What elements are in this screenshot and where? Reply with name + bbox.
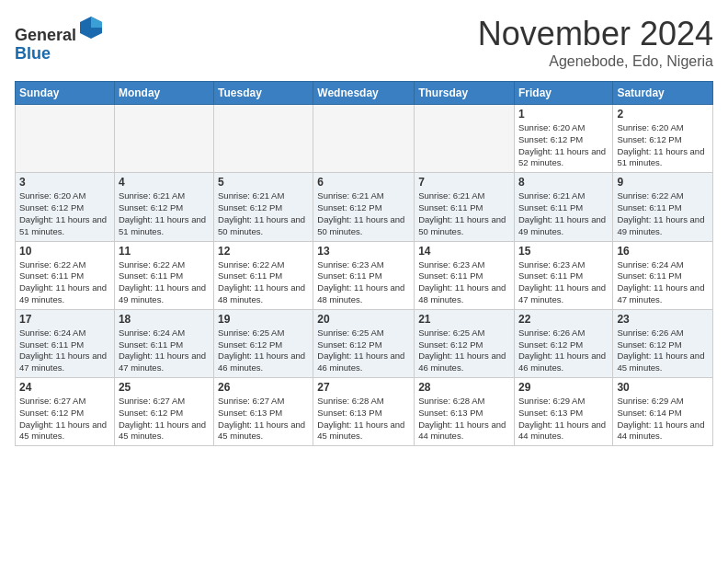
- day-cell: 24Sunrise: 6:27 AM Sunset: 6:12 PM Dayli…: [16, 378, 115, 446]
- day-cell: 17Sunrise: 6:24 AM Sunset: 6:11 PM Dayli…: [16, 309, 115, 377]
- day-number: 17: [19, 313, 110, 326]
- day-cell: 3Sunrise: 6:20 AM Sunset: 6:12 PM Daylig…: [16, 173, 115, 241]
- day-cell: 29Sunrise: 6:29 AM Sunset: 6:13 PM Dayli…: [514, 378, 612, 446]
- day-cell: 8Sunrise: 6:21 AM Sunset: 6:11 PM Daylig…: [514, 173, 612, 241]
- day-info: Sunrise: 6:25 AM Sunset: 6:12 PM Dayligh…: [317, 327, 410, 374]
- day-info: Sunrise: 6:29 AM Sunset: 6:14 PM Dayligh…: [617, 396, 709, 442]
- week-row-4: 17Sunrise: 6:24 AM Sunset: 6:11 PM Dayli…: [16, 309, 713, 377]
- day-info: Sunrise: 6:21 AM Sunset: 6:12 PM Dayligh…: [119, 190, 210, 237]
- day-info: Sunrise: 6:20 AM Sunset: 6:12 PM Dayligh…: [19, 190, 110, 237]
- logo-blue: Blue: [15, 44, 51, 63]
- day-info: Sunrise: 6:22 AM Sunset: 6:11 PM Dayligh…: [218, 259, 309, 306]
- day-cell: [214, 105, 313, 173]
- day-cell: [16, 105, 115, 173]
- title-block: November 2024 Agenebode, Edo, Nigeria: [478, 15, 713, 70]
- day-number: 22: [518, 313, 609, 326]
- logo-text: General Blue: [15, 15, 104, 63]
- day-number: 15: [518, 245, 609, 258]
- day-number: 28: [418, 381, 510, 394]
- day-cell: 11Sunrise: 6:22 AM Sunset: 6:11 PM Dayli…: [114, 241, 213, 309]
- logo-general: General: [15, 26, 76, 44]
- day-info: Sunrise: 6:21 AM Sunset: 6:11 PM Dayligh…: [418, 190, 510, 237]
- day-cell: 22Sunrise: 6:26 AM Sunset: 6:12 PM Dayli…: [514, 309, 612, 377]
- week-row-3: 10Sunrise: 6:22 AM Sunset: 6:11 PM Dayli…: [16, 241, 713, 309]
- day-cell: 14Sunrise: 6:23 AM Sunset: 6:11 PM Dayli…: [415, 241, 515, 309]
- day-number: 24: [19, 381, 110, 394]
- day-info: Sunrise: 6:26 AM Sunset: 6:12 PM Dayligh…: [518, 327, 609, 374]
- svg-marker-1: [91, 17, 102, 28]
- day-number: 2: [617, 108, 709, 121]
- day-cell: 27Sunrise: 6:28 AM Sunset: 6:13 PM Dayli…: [313, 378, 415, 446]
- logo: General Blue: [15, 15, 104, 63]
- day-cell: 21Sunrise: 6:25 AM Sunset: 6:12 PM Dayli…: [415, 309, 515, 377]
- day-info: Sunrise: 6:24 AM Sunset: 6:11 PM Dayligh…: [119, 327, 210, 374]
- weekday-saturday: Saturday: [613, 82, 713, 105]
- day-info: Sunrise: 6:22 AM Sunset: 6:11 PM Dayligh…: [119, 259, 210, 306]
- day-cell: 20Sunrise: 6:25 AM Sunset: 6:12 PM Dayli…: [313, 309, 415, 377]
- day-number: 5: [218, 176, 309, 189]
- day-cell: 16Sunrise: 6:24 AM Sunset: 6:11 PM Dayli…: [613, 241, 713, 309]
- day-number: 29: [518, 381, 609, 394]
- day-info: Sunrise: 6:29 AM Sunset: 6:13 PM Dayligh…: [518, 396, 609, 442]
- weekday-monday: Monday: [114, 82, 213, 105]
- day-info: Sunrise: 6:27 AM Sunset: 6:13 PM Dayligh…: [218, 396, 309, 442]
- day-number: 20: [317, 313, 410, 326]
- day-info: Sunrise: 6:23 AM Sunset: 6:11 PM Dayligh…: [317, 259, 410, 306]
- week-row-5: 24Sunrise: 6:27 AM Sunset: 6:12 PM Dayli…: [16, 378, 713, 446]
- weekday-wednesday: Wednesday: [313, 82, 415, 105]
- day-info: Sunrise: 6:20 AM Sunset: 6:12 PM Dayligh…: [617, 122, 709, 169]
- day-cell: 19Sunrise: 6:25 AM Sunset: 6:12 PM Dayli…: [214, 309, 313, 377]
- week-row-2: 3Sunrise: 6:20 AM Sunset: 6:12 PM Daylig…: [16, 173, 713, 241]
- day-cell: 4Sunrise: 6:21 AM Sunset: 6:12 PM Daylig…: [114, 173, 213, 241]
- day-number: 3: [19, 176, 110, 189]
- day-number: 1: [518, 108, 609, 121]
- day-number: 30: [617, 381, 709, 394]
- weekday-friday: Friday: [514, 82, 612, 105]
- day-number: 27: [317, 381, 410, 394]
- day-cell: 2Sunrise: 6:20 AM Sunset: 6:12 PM Daylig…: [613, 105, 713, 173]
- day-number: 26: [218, 381, 309, 394]
- day-info: Sunrise: 6:26 AM Sunset: 6:12 PM Dayligh…: [617, 327, 709, 374]
- day-number: 10: [19, 245, 110, 258]
- day-number: 4: [119, 176, 210, 189]
- day-number: 21: [418, 313, 510, 326]
- day-cell: 10Sunrise: 6:22 AM Sunset: 6:11 PM Dayli…: [16, 241, 115, 309]
- day-cell: 12Sunrise: 6:22 AM Sunset: 6:11 PM Dayli…: [214, 241, 313, 309]
- day-info: Sunrise: 6:28 AM Sunset: 6:13 PM Dayligh…: [418, 396, 510, 442]
- month-title: November 2024: [478, 15, 713, 53]
- day-number: 18: [119, 313, 210, 326]
- day-info: Sunrise: 6:28 AM Sunset: 6:13 PM Dayligh…: [317, 396, 410, 442]
- day-info: Sunrise: 6:21 AM Sunset: 6:12 PM Dayligh…: [218, 190, 309, 237]
- day-info: Sunrise: 6:24 AM Sunset: 6:11 PM Dayligh…: [19, 327, 110, 374]
- day-cell: 26Sunrise: 6:27 AM Sunset: 6:13 PM Dayli…: [214, 378, 313, 446]
- day-cell: 5Sunrise: 6:21 AM Sunset: 6:12 PM Daylig…: [214, 173, 313, 241]
- day-cell: 28Sunrise: 6:28 AM Sunset: 6:13 PM Dayli…: [415, 378, 515, 446]
- day-cell: [114, 105, 213, 173]
- day-info: Sunrise: 6:24 AM Sunset: 6:11 PM Dayligh…: [617, 259, 709, 306]
- day-cell: 15Sunrise: 6:23 AM Sunset: 6:11 PM Dayli…: [514, 241, 612, 309]
- day-number: 7: [418, 176, 510, 189]
- day-cell: 7Sunrise: 6:21 AM Sunset: 6:11 PM Daylig…: [415, 173, 515, 241]
- day-info: Sunrise: 6:25 AM Sunset: 6:12 PM Dayligh…: [418, 327, 510, 374]
- day-cell: 25Sunrise: 6:27 AM Sunset: 6:12 PM Dayli…: [114, 378, 213, 446]
- day-number: 9: [617, 176, 709, 189]
- day-cell: 1Sunrise: 6:20 AM Sunset: 6:12 PM Daylig…: [514, 105, 612, 173]
- day-info: Sunrise: 6:20 AM Sunset: 6:12 PM Dayligh…: [518, 122, 609, 169]
- page: General Blue November 2024 Agenebode, Ed…: [0, 0, 728, 461]
- day-info: Sunrise: 6:22 AM Sunset: 6:11 PM Dayligh…: [19, 259, 110, 306]
- weekday-tuesday: Tuesday: [214, 82, 313, 105]
- day-info: Sunrise: 6:22 AM Sunset: 6:11 PM Dayligh…: [617, 190, 709, 237]
- day-number: 25: [119, 381, 210, 394]
- day-info: Sunrise: 6:23 AM Sunset: 6:11 PM Dayligh…: [518, 259, 609, 306]
- day-cell: 30Sunrise: 6:29 AM Sunset: 6:14 PM Dayli…: [613, 378, 713, 446]
- day-info: Sunrise: 6:27 AM Sunset: 6:12 PM Dayligh…: [19, 396, 110, 442]
- day-number: 11: [119, 245, 210, 258]
- weekday-header-row: SundayMondayTuesdayWednesdayThursdayFrid…: [16, 82, 713, 105]
- week-row-1: 1Sunrise: 6:20 AM Sunset: 6:12 PM Daylig…: [16, 105, 713, 173]
- weekday-thursday: Thursday: [415, 82, 515, 105]
- day-cell: 13Sunrise: 6:23 AM Sunset: 6:11 PM Dayli…: [313, 241, 415, 309]
- day-number: 8: [518, 176, 609, 189]
- day-number: 16: [617, 245, 709, 258]
- day-cell: 18Sunrise: 6:24 AM Sunset: 6:11 PM Dayli…: [114, 309, 213, 377]
- day-number: 12: [218, 245, 309, 258]
